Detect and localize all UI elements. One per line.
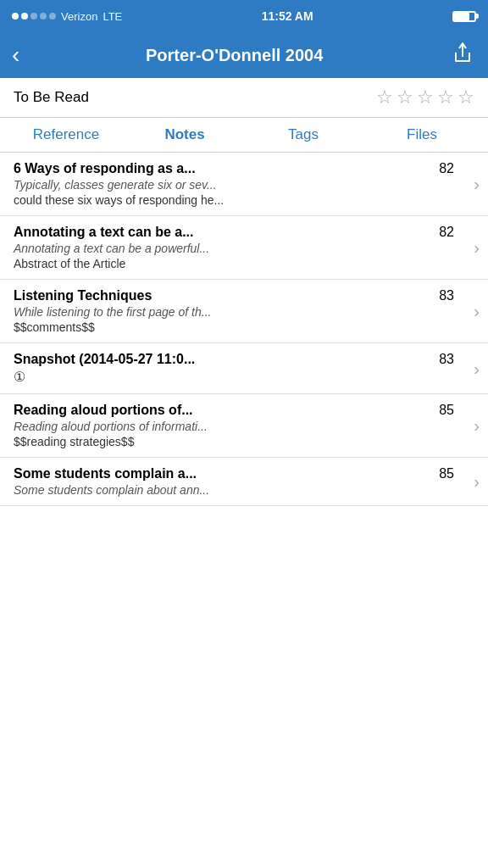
tab-reference[interactable]: Reference: [7, 118, 125, 152]
note-title-row: 6 Ways of responding as a... 82: [14, 161, 454, 176]
chevron-right-icon: ›: [474, 175, 480, 194]
note-title-text: Some students complain a...: [14, 466, 432, 481]
chevron-right-icon: ›: [474, 238, 480, 258]
star-3[interactable]: ☆: [417, 86, 434, 108]
note-content: Some students complain a... 85 Some stud…: [14, 466, 474, 497]
note-content: Snapshot (2014-05-27 11:0... 83 ①: [14, 352, 474, 385]
note-tag: $$reading strategies$$: [14, 435, 454, 448]
chevron-right-icon: ›: [474, 416, 480, 436]
reading-status-row[interactable]: To Be Read ☆ ☆ ☆ ☆ ☆: [0, 78, 488, 118]
chevron-right-icon: ›: [474, 359, 480, 378]
back-button[interactable]: ‹: [12, 43, 19, 67]
note-page: 82: [439, 161, 454, 176]
list-item[interactable]: Reading aloud portions of... 85 Reading …: [0, 394, 488, 458]
note-tag: $$comments$$: [14, 320, 454, 334]
note-page: 85: [439, 466, 454, 481]
note-title-text: Snapshot (2014-05-27 11:0...: [14, 352, 432, 367]
note-subtitle: Reading aloud portions of informati...: [14, 420, 454, 433]
note-title-row: Some students complain a... 85: [14, 466, 454, 481]
status-right: [452, 11, 476, 22]
tab-files[interactable]: Files: [363, 118, 481, 152]
note-title-row: Reading aloud portions of... 85: [14, 403, 454, 418]
note-subtitle: While listening to the first page of th.…: [14, 305, 454, 319]
note-page: 83: [439, 288, 454, 303]
note-tag: could these six ways of responding he...: [14, 193, 454, 207]
note-circled: ①: [14, 369, 454, 385]
status-bar: Verizon LTE 11:52 AM: [0, 0, 488, 32]
reading-status-label: To Be Read: [14, 89, 89, 106]
signal-dot-3: [30, 13, 37, 19]
star-5[interactable]: ☆: [458, 86, 474, 108]
note-page: 83: [439, 352, 454, 367]
list-item[interactable]: Listening Techniques 83 While listening …: [0, 280, 488, 343]
signal-dot-5: [49, 13, 56, 19]
list-item[interactable]: 6 Ways of responding as a... 82 Typicall…: [0, 153, 488, 216]
time-label: 11:52 AM: [262, 9, 313, 23]
note-subtitle: Annotating a text can be a powerful...: [14, 242, 454, 255]
page-title: Porter-O'Donnell 2004: [19, 46, 449, 65]
carrier-label: Verizon: [61, 10, 97, 23]
list-item[interactable]: Snapshot (2014-05-27 11:0... 83 ① ›: [0, 343, 488, 394]
battery-icon: [452, 11, 476, 22]
note-content: Listening Techniques 83 While listening …: [14, 288, 474, 334]
tab-tags[interactable]: Tags: [244, 118, 363, 152]
status-left: Verizon LTE: [12, 10, 122, 23]
note-title-text: Listening Techniques: [14, 288, 432, 303]
note-title-row: Listening Techniques 83: [14, 288, 454, 303]
note-tag: Abstract of the Article: [14, 257, 454, 270]
note-page: 85: [439, 403, 454, 418]
star-rating[interactable]: ☆ ☆ ☆ ☆ ☆: [376, 86, 474, 108]
network-label: LTE: [103, 10, 122, 23]
list-item[interactable]: Some students complain a... 85 Some stud…: [0, 458, 488, 506]
share-button[interactable]: [449, 42, 476, 69]
battery-fill: [454, 13, 469, 20]
chevron-right-icon: ›: [474, 472, 480, 492]
note-content: Reading aloud portions of... 85 Reading …: [14, 403, 474, 448]
note-title-text: 6 Ways of responding as a...: [14, 161, 432, 176]
note-subtitle: Some students complain about ann...: [14, 483, 454, 497]
star-2[interactable]: ☆: [396, 86, 413, 108]
tab-bar: Reference Notes Tags Files: [0, 118, 488, 153]
note-title-row: Annotating a text can be a... 82: [14, 225, 454, 240]
note-page: 82: [439, 225, 454, 240]
notes-list: 6 Ways of responding as a... 82 Typicall…: [0, 153, 488, 506]
chevron-right-icon: ›: [474, 302, 480, 321]
star-4[interactable]: ☆: [437, 86, 454, 108]
note-subtitle: Typically, classes generate six or sev..…: [14, 178, 454, 192]
signal-dot-4: [40, 13, 47, 19]
signal-dot-2: [21, 13, 28, 19]
signal-dots: [12, 13, 56, 19]
note-title-text: Reading aloud portions of...: [14, 403, 432, 418]
list-item[interactable]: Annotating a text can be a... 82 Annotat…: [0, 216, 488, 280]
note-content: Annotating a text can be a... 82 Annotat…: [14, 225, 474, 270]
note-title-row: Snapshot (2014-05-27 11:0... 83: [14, 352, 454, 367]
note-title-text: Annotating a text can be a...: [14, 225, 432, 240]
signal-dot-1: [12, 13, 19, 19]
tab-notes[interactable]: Notes: [125, 118, 244, 152]
star-1[interactable]: ☆: [376, 86, 393, 108]
nav-bar: ‹ Porter-O'Donnell 2004: [0, 32, 488, 78]
note-content: 6 Ways of responding as a... 82 Typicall…: [14, 161, 474, 207]
